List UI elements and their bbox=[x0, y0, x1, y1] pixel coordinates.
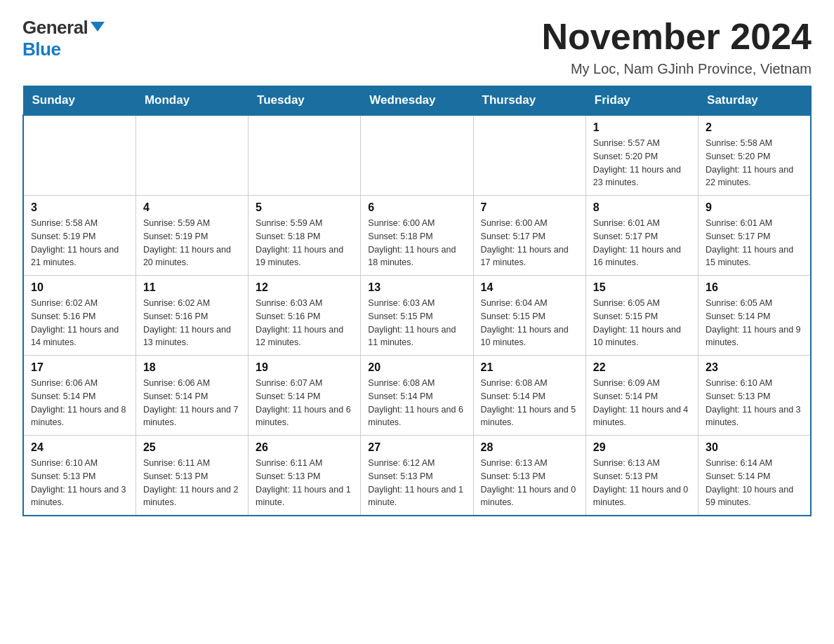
day-number: 3 bbox=[31, 201, 128, 214]
day-number: 12 bbox=[256, 281, 353, 294]
calendar-cell: 8Sunrise: 6:01 AMSunset: 5:17 PMDaylight… bbox=[585, 196, 698, 276]
day-number: 16 bbox=[706, 281, 803, 294]
day-number: 19 bbox=[256, 361, 353, 374]
day-info: Sunrise: 6:09 AMSunset: 5:14 PMDaylight:… bbox=[593, 377, 691, 429]
day-info: Sunrise: 6:03 AMSunset: 5:16 PMDaylight:… bbox=[256, 297, 353, 349]
logo: General Blue bbox=[22, 17, 105, 60]
calendar-week-3: 10Sunrise: 6:02 AMSunset: 5:16 PMDayligh… bbox=[23, 276, 811, 356]
day-info: Sunrise: 6:01 AMSunset: 5:17 PMDaylight:… bbox=[706, 217, 803, 269]
day-number: 28 bbox=[481, 441, 578, 454]
calendar-cell: 11Sunrise: 6:02 AMSunset: 5:16 PMDayligh… bbox=[135, 276, 248, 356]
day-number: 26 bbox=[256, 441, 353, 454]
calendar-cell: 6Sunrise: 6:00 AMSunset: 5:18 PMDaylight… bbox=[361, 196, 473, 276]
day-info: Sunrise: 6:13 AMSunset: 5:13 PMDaylight:… bbox=[481, 457, 578, 509]
header-monday: Monday bbox=[135, 86, 248, 116]
day-info: Sunrise: 6:02 AMSunset: 5:16 PMDaylight:… bbox=[31, 297, 128, 349]
calendar-cell: 18Sunrise: 6:06 AMSunset: 5:14 PMDayligh… bbox=[135, 356, 248, 436]
day-info: Sunrise: 6:01 AMSunset: 5:17 PMDaylight:… bbox=[593, 217, 691, 269]
day-number: 15 bbox=[593, 281, 691, 294]
calendar-table: SundayMondayTuesdayWednesdayThursdayFrid… bbox=[22, 86, 812, 516]
day-info: Sunrise: 6:05 AMSunset: 5:15 PMDaylight:… bbox=[593, 297, 691, 349]
calendar-cell: 15Sunrise: 6:05 AMSunset: 5:15 PMDayligh… bbox=[585, 276, 698, 356]
calendar-week-5: 24Sunrise: 6:10 AMSunset: 5:13 PMDayligh… bbox=[23, 436, 811, 516]
day-info: Sunrise: 5:58 AMSunset: 5:20 PMDaylight:… bbox=[706, 137, 803, 189]
calendar-cell: 14Sunrise: 6:04 AMSunset: 5:15 PMDayligh… bbox=[473, 276, 585, 356]
logo-blue-text: Blue bbox=[22, 39, 60, 60]
title-block: November 2024 My Loc, Nam GJinh Province… bbox=[542, 17, 812, 77]
day-number: 17 bbox=[31, 361, 128, 374]
day-info: Sunrise: 6:06 AMSunset: 5:14 PMDaylight:… bbox=[143, 377, 241, 429]
day-info: Sunrise: 6:11 AMSunset: 5:13 PMDaylight:… bbox=[143, 457, 241, 509]
day-info: Sunrise: 6:14 AMSunset: 5:14 PMDaylight:… bbox=[706, 457, 803, 509]
header-sunday: Sunday bbox=[23, 86, 135, 116]
calendar-cell: 30Sunrise: 6:14 AMSunset: 5:14 PMDayligh… bbox=[699, 436, 811, 516]
day-info: Sunrise: 6:11 AMSunset: 5:13 PMDaylight:… bbox=[256, 457, 353, 509]
header-thursday: Thursday bbox=[473, 86, 585, 116]
header-wednesday: Wednesday bbox=[361, 86, 473, 116]
calendar-cell bbox=[249, 115, 361, 196]
day-info: Sunrise: 6:12 AMSunset: 5:13 PMDaylight:… bbox=[368, 457, 465, 509]
day-info: Sunrise: 6:00 AMSunset: 5:17 PMDaylight:… bbox=[481, 217, 578, 269]
day-info: Sunrise: 6:08 AMSunset: 5:14 PMDaylight:… bbox=[368, 377, 465, 429]
day-number: 23 bbox=[706, 361, 803, 374]
calendar-cell: 9Sunrise: 6:01 AMSunset: 5:17 PMDaylight… bbox=[699, 196, 811, 276]
day-info: Sunrise: 5:57 AMSunset: 5:20 PMDaylight:… bbox=[593, 137, 691, 189]
day-number: 8 bbox=[593, 201, 691, 214]
day-number: 5 bbox=[256, 201, 353, 214]
calendar-cell bbox=[135, 115, 248, 196]
day-number: 10 bbox=[31, 281, 128, 294]
day-number: 18 bbox=[143, 361, 241, 374]
calendar-cell bbox=[361, 115, 473, 196]
day-number: 6 bbox=[368, 201, 465, 214]
day-number: 9 bbox=[706, 201, 803, 214]
day-info: Sunrise: 5:58 AMSunset: 5:19 PMDaylight:… bbox=[31, 217, 128, 269]
day-number: 11 bbox=[143, 281, 241, 294]
day-number: 4 bbox=[143, 201, 241, 214]
calendar-cell: 21Sunrise: 6:08 AMSunset: 5:14 PMDayligh… bbox=[473, 356, 585, 436]
subtitle: My Loc, Nam GJinh Province, Vietnam bbox=[542, 61, 812, 77]
calendar-cell: 2Sunrise: 5:58 AMSunset: 5:20 PMDaylight… bbox=[699, 115, 811, 196]
day-number: 27 bbox=[368, 441, 465, 454]
day-number: 14 bbox=[481, 281, 578, 294]
day-number: 30 bbox=[706, 441, 803, 454]
calendar-cell: 5Sunrise: 5:59 AMSunset: 5:18 PMDaylight… bbox=[249, 196, 361, 276]
day-number: 2 bbox=[706, 121, 803, 134]
day-number: 20 bbox=[368, 361, 465, 374]
header-friday: Friday bbox=[585, 86, 698, 116]
calendar-week-4: 17Sunrise: 6:06 AMSunset: 5:14 PMDayligh… bbox=[23, 356, 811, 436]
header-saturday: Saturday bbox=[699, 86, 811, 116]
day-number: 22 bbox=[593, 361, 691, 374]
calendar-cell: 12Sunrise: 6:03 AMSunset: 5:16 PMDayligh… bbox=[249, 276, 361, 356]
page-header: General Blue November 2024 My Loc, Nam G… bbox=[22, 17, 812, 77]
calendar-cell: 3Sunrise: 5:58 AMSunset: 5:19 PMDaylight… bbox=[23, 196, 135, 276]
calendar-cell: 10Sunrise: 6:02 AMSunset: 5:16 PMDayligh… bbox=[23, 276, 135, 356]
calendar-week-1: 1Sunrise: 5:57 AMSunset: 5:20 PMDaylight… bbox=[23, 115, 811, 196]
calendar-cell: 27Sunrise: 6:12 AMSunset: 5:13 PMDayligh… bbox=[361, 436, 473, 516]
day-number: 7 bbox=[481, 201, 578, 214]
calendar-cell: 4Sunrise: 5:59 AMSunset: 5:19 PMDaylight… bbox=[135, 196, 248, 276]
calendar-cell: 28Sunrise: 6:13 AMSunset: 5:13 PMDayligh… bbox=[473, 436, 585, 516]
day-info: Sunrise: 6:03 AMSunset: 5:15 PMDaylight:… bbox=[368, 297, 465, 349]
calendar-cell: 16Sunrise: 6:05 AMSunset: 5:14 PMDayligh… bbox=[699, 276, 811, 356]
day-info: Sunrise: 6:10 AMSunset: 5:13 PMDaylight:… bbox=[31, 457, 128, 509]
calendar-cell: 25Sunrise: 6:11 AMSunset: 5:13 PMDayligh… bbox=[135, 436, 248, 516]
day-number: 13 bbox=[368, 281, 465, 294]
day-number: 29 bbox=[593, 441, 691, 454]
calendar-cell: 19Sunrise: 6:07 AMSunset: 5:14 PMDayligh… bbox=[249, 356, 361, 436]
day-info: Sunrise: 5:59 AMSunset: 5:19 PMDaylight:… bbox=[143, 217, 241, 269]
calendar-week-2: 3Sunrise: 5:58 AMSunset: 5:19 PMDaylight… bbox=[23, 196, 811, 276]
day-info: Sunrise: 5:59 AMSunset: 5:18 PMDaylight:… bbox=[256, 217, 353, 269]
day-info: Sunrise: 6:02 AMSunset: 5:16 PMDaylight:… bbox=[143, 297, 241, 349]
day-info: Sunrise: 6:00 AMSunset: 5:18 PMDaylight:… bbox=[368, 217, 465, 269]
calendar-cell: 17Sunrise: 6:06 AMSunset: 5:14 PMDayligh… bbox=[23, 356, 135, 436]
day-number: 24 bbox=[31, 441, 128, 454]
header-tuesday: Tuesday bbox=[249, 86, 361, 116]
day-info: Sunrise: 6:04 AMSunset: 5:15 PMDaylight:… bbox=[481, 297, 578, 349]
calendar-cell: 1Sunrise: 5:57 AMSunset: 5:20 PMDaylight… bbox=[585, 115, 698, 196]
day-number: 1 bbox=[593, 121, 691, 134]
logo-triangle-icon bbox=[91, 22, 105, 32]
day-number: 25 bbox=[143, 441, 241, 454]
calendar-cell: 13Sunrise: 6:03 AMSunset: 5:15 PMDayligh… bbox=[361, 276, 473, 356]
calendar-cell: 26Sunrise: 6:11 AMSunset: 5:13 PMDayligh… bbox=[249, 436, 361, 516]
calendar-cell: 23Sunrise: 6:10 AMSunset: 5:13 PMDayligh… bbox=[699, 356, 811, 436]
